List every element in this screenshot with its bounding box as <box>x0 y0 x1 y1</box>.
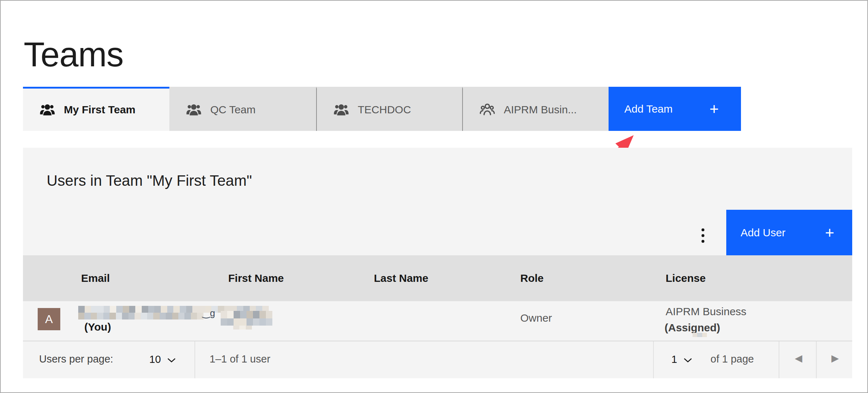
items-per-page-select[interactable]: 10 <box>147 353 163 366</box>
page-number-select[interactable]: 1 <box>669 353 679 366</box>
page-count-text: of 1 page <box>710 353 754 365</box>
cell-role: Owner <box>520 312 552 324</box>
chevron-down-icon[interactable] <box>166 357 177 364</box>
team-filled-icon <box>39 102 55 118</box>
column-header-last-name: Last Name <box>374 255 428 301</box>
next-page-button[interactable]: ▶ <box>829 352 841 364</box>
email-you-note: (You) <box>84 321 111 333</box>
redacted-email-tail <box>233 326 252 330</box>
items-per-page-value: 10 <box>149 354 161 365</box>
pagination-bar: Users per page: 10 1–1 of 1 user 1 of 1 … <box>23 341 852 378</box>
users-panel: Users in Team "My First Team" Add User +… <box>23 148 852 378</box>
cell-license-line1: AIPRM Business <box>666 306 746 318</box>
add-user-button-label: Add User <box>741 227 785 239</box>
plus-icon: + <box>825 225 834 241</box>
tab-techdoc[interactable]: TECHDOC <box>316 87 462 131</box>
redacted-email-blob <box>221 311 272 326</box>
tab-label: My First Team <box>64 104 136 116</box>
table-row: A ‿g (You) Owner AIPRM Business (Assigne… <box>23 301 852 341</box>
tab-my-first-team[interactable]: My First Team <box>23 87 169 131</box>
page-number-value: 1 <box>671 354 677 365</box>
pagination-range-text: 1–1 of 1 user <box>210 353 270 365</box>
tab-qc-team[interactable]: QC Team <box>169 87 316 131</box>
team-outline-icon <box>479 102 495 118</box>
column-header-email: Email <box>81 255 110 301</box>
page-title: Teams <box>24 37 123 73</box>
chevron-down-icon[interactable] <box>683 357 693 364</box>
panel-heading: Users in Team "My First Team" <box>47 172 252 189</box>
kebab-icon <box>700 227 706 244</box>
team-filled-icon <box>333 102 349 118</box>
teams-admin-page: Teams My First Team <box>0 0 868 393</box>
redacted-license-remnant <box>693 333 707 337</box>
plus-icon: + <box>709 101 719 117</box>
pagination-divider <box>779 341 779 378</box>
team-tabbar: My First Team QC Team <box>23 87 609 131</box>
column-header-first-name: First Name <box>228 255 284 301</box>
add-team-button[interactable]: Add Team + <box>609 87 741 131</box>
pagination-divider <box>653 341 654 378</box>
tab-aiprm-business[interactable]: AIPRM Busin... <box>462 87 609 131</box>
previous-page-button[interactable]: ◀ <box>793 352 804 364</box>
email-visible-fragment: ‿g <box>202 308 215 319</box>
add-team-button-label: Add Team <box>624 103 673 115</box>
tab-label: AIPRM Busin... <box>504 104 577 116</box>
column-header-license: License <box>666 255 706 301</box>
items-per-page-label: Users per page: <box>39 353 113 365</box>
pagination-divider <box>194 341 195 378</box>
team-filled-icon <box>186 102 202 118</box>
caret-left-icon: ◀ <box>795 353 802 364</box>
overflow-menu-button[interactable] <box>693 219 713 252</box>
avatar: A <box>38 308 60 330</box>
redacted-email-line2 <box>78 313 203 319</box>
table-header: Email First Name Last Name Role License <box>23 255 852 301</box>
cell-license-line2: (Assigned) <box>665 322 720 334</box>
caret-right-icon: ▶ <box>831 353 839 364</box>
tab-label: TECHDOC <box>358 104 411 116</box>
add-user-button[interactable]: Add User + <box>726 210 852 255</box>
pagination-divider <box>816 341 817 378</box>
tab-label: QC Team <box>210 104 255 116</box>
column-header-role: Role <box>520 255 544 301</box>
